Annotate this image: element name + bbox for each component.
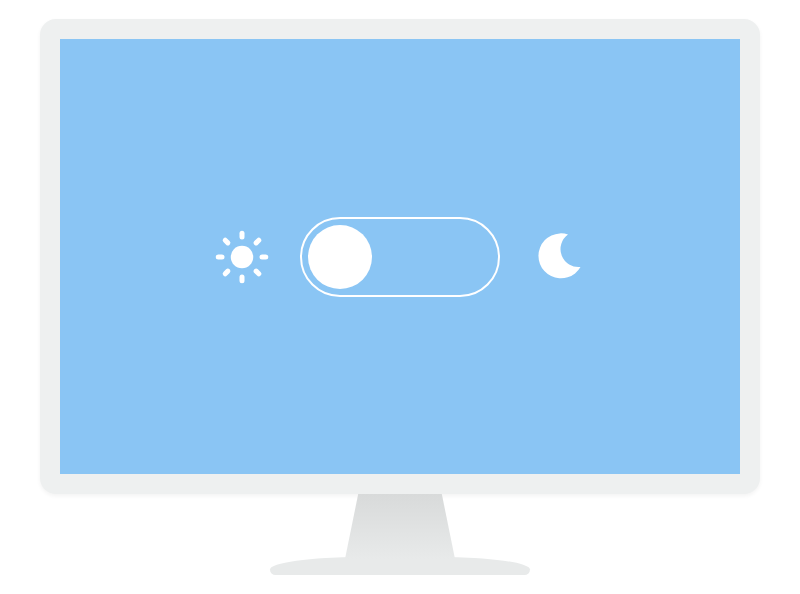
sun-icon	[212, 227, 272, 287]
monitor-neck	[345, 494, 455, 559]
monitor-frame	[40, 19, 760, 494]
theme-toggle[interactable]	[300, 217, 500, 297]
screen	[60, 39, 740, 474]
svg-rect-6	[222, 267, 232, 277]
svg-rect-2	[240, 274, 245, 283]
monitor-device	[40, 19, 760, 575]
moon-icon	[528, 227, 588, 287]
svg-rect-8	[253, 267, 263, 277]
svg-rect-4	[260, 254, 269, 259]
svg-rect-7	[222, 236, 232, 246]
svg-point-0	[231, 245, 254, 268]
toggle-handle	[308, 225, 372, 289]
svg-rect-5	[253, 236, 263, 246]
monitor-base	[270, 557, 530, 575]
svg-rect-3	[216, 254, 225, 259]
svg-rect-1	[240, 230, 245, 239]
